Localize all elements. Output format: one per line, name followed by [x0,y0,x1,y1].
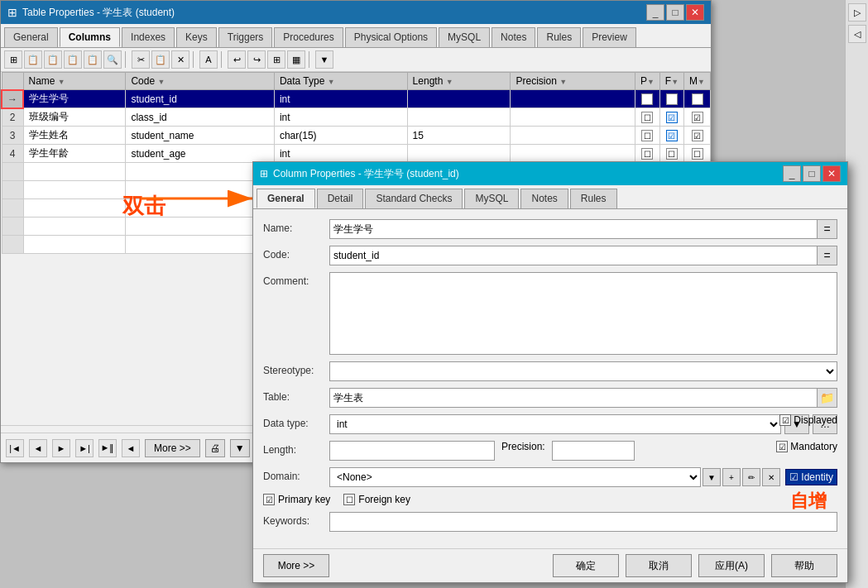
col-minimize-btn[interactable]: _ [783,165,801,182]
col-header-code[interactable]: Code ▼ [126,73,274,90]
col-tab-notes[interactable]: Notes [520,189,568,208]
identity-checkbox[interactable]: ☑ Identity [785,469,837,485]
table-row[interactable]: → 学生学号 student_id int ☑ ☐ ☑ [2,90,711,108]
cell-f-2[interactable]: ☑ [659,108,683,127]
nav-last-btn[interactable]: ►| [75,439,94,457]
col-header-m[interactable]: M▼ [684,73,711,90]
nav-prev-btn[interactable]: ◄ [29,439,47,457]
cell-code-3[interactable]: student_name [126,127,274,145]
maximize-button[interactable]: □ [666,4,684,21]
col-header-length[interactable]: Length ▼ [407,73,511,90]
domain-dropdown-btn[interactable]: ▼ [703,468,721,486]
cell-name-4[interactable]: 学生年龄 [23,145,126,163]
sidebar-btn-2[interactable]: ◁ [848,25,866,43]
nav-end-btn[interactable]: ►‖ [98,439,117,457]
cell-datatype-1[interactable]: int [274,90,407,108]
toolbar-btn-11[interactable]: ▦ [287,50,305,69]
table-row[interactable]: 3 学生姓名 student_name char(15) 15 ☐ ☑ ☑ [2,127,711,145]
tab-general[interactable]: General [4,27,58,47]
cell-code-4[interactable]: student_age [126,145,274,163]
scroll-left-btn[interactable]: ◄ [122,439,140,457]
cell-p-2[interactable]: ☐ [635,108,659,127]
ok-button[interactable]: 确定 [553,554,619,577]
toolbar-btn-delete[interactable]: ✕ [171,50,189,69]
mandatory-checkbox[interactable]: ☑ [776,441,788,452]
primary-key-checkbox[interactable]: ☑ [263,494,275,505]
tab-rules[interactable]: Rules [537,27,581,47]
col-tab-standard-checks[interactable]: Standard Checks [365,189,463,208]
datatype-select[interactable]: int [329,414,781,434]
domain-edit-btn[interactable]: ✏ [742,468,760,486]
cell-p-1[interactable]: ☑ [635,90,659,108]
toolbar-btn-6[interactable]: 🔍 [103,50,122,69]
cell-precision-4[interactable] [511,145,635,163]
cell-name-3[interactable]: 学生姓名 [23,127,126,145]
help-button[interactable]: 帮助 [771,554,837,577]
col-more-button[interactable]: More >> [263,554,329,577]
cell-datatype-4[interactable]: int [274,145,407,163]
col-header-f[interactable]: F▼ [659,73,683,90]
toolbar-btn-1[interactable]: ⊞ [4,50,22,69]
name-input[interactable] [329,219,818,239]
precision-input[interactable] [552,441,635,461]
cell-datatype-3[interactable]: char(15) [274,127,407,145]
toolbar-btn-4[interactable]: 📋 [64,50,82,69]
table-row[interactable]: 2 班级编号 class_id int ☐ ☑ ☑ [2,108,711,127]
stereotype-select[interactable] [329,361,837,381]
tab-procedures[interactable]: Procedures [274,27,343,47]
toolbar-btn-9[interactable]: ↪ [247,50,266,69]
col-header-datatype[interactable]: Data Type ▼ [274,73,407,90]
table-row[interactable]: 4 学生年龄 student_age int ☐ ☐ ☐ [2,145,711,163]
cell-m-2[interactable]: ☑ [684,108,711,127]
cancel-button[interactable]: 取消 [626,554,692,577]
cell-f-1[interactable]: ☐ [659,90,683,108]
cell-m-4[interactable]: ☐ [684,145,711,163]
close-button[interactable]: ✕ [686,4,704,21]
toolbar-btn-copy[interactable]: 📋 [151,50,170,69]
tab-columns[interactable]: Columns [60,27,120,47]
tab-triggers[interactable]: Triggers [218,27,273,47]
cell-datatype-2[interactable]: int [274,108,407,127]
minimize-button[interactable]: _ [646,4,664,21]
tab-mysql[interactable]: MySQL [439,27,490,47]
tab-indexes[interactable]: Indexes [122,27,175,47]
nav-next-btn[interactable]: ► [52,439,70,457]
cell-f-4[interactable]: ☐ [659,145,683,163]
keywords-input[interactable] [329,512,837,532]
table-browse-btn[interactable]: 📁 [818,388,837,408]
col-tab-mysql[interactable]: MySQL [464,189,519,208]
col-header-name[interactable]: Name ▼ [23,73,126,90]
cell-precision-3[interactable] [511,127,635,145]
domain-select[interactable]: <None> [329,467,701,487]
col-tab-general[interactable]: General [257,189,315,208]
cell-precision-2[interactable] [511,108,635,127]
toolbar-btn-7[interactable]: A [199,50,218,69]
dropdown-btn[interactable]: ▼ [230,439,250,457]
tab-notes[interactable]: Notes [492,27,535,47]
cell-code-1[interactable]: student_id [126,90,274,108]
cell-code-2[interactable]: class_id [126,108,274,127]
domain-new-btn[interactable]: + [722,468,741,486]
tab-preview[interactable]: Preview [583,27,636,47]
toolbar-btn-5[interactable]: 📋 [84,50,102,69]
primary-key-check[interactable]: ☑ Primary key [263,494,330,505]
cell-length-2[interactable] [407,108,511,127]
cell-p-3[interactable]: ☐ [635,127,659,145]
nav-first-btn[interactable]: |◄ [6,439,24,457]
toolbar-btn-2[interactable]: 📋 [24,50,42,69]
name-expand-btn[interactable]: = [818,219,837,239]
cell-precision-1[interactable] [511,90,635,108]
toolbar-btn-cut[interactable]: ✂ [132,50,150,69]
cell-p-4[interactable]: ☐ [635,145,659,163]
cell-length-4[interactable] [407,145,511,163]
col-header-p[interactable]: P▼ [635,73,659,90]
displayed-checkbox[interactable]: ☑ [779,414,791,426]
cell-m-1[interactable]: ☑ [684,90,711,108]
tab-keys[interactable]: Keys [176,27,217,47]
cell-length-3[interactable]: 15 [407,127,511,145]
col-header-precision[interactable]: Precision ▼ [511,73,635,90]
print-icon-btn[interactable]: 🖨 [205,439,225,457]
foreign-key-checkbox[interactable]: ☐ [343,494,355,505]
toolbar-btn-10[interactable]: ⊞ [267,50,285,69]
sidebar-btn-1[interactable]: ▷ [848,3,866,22]
